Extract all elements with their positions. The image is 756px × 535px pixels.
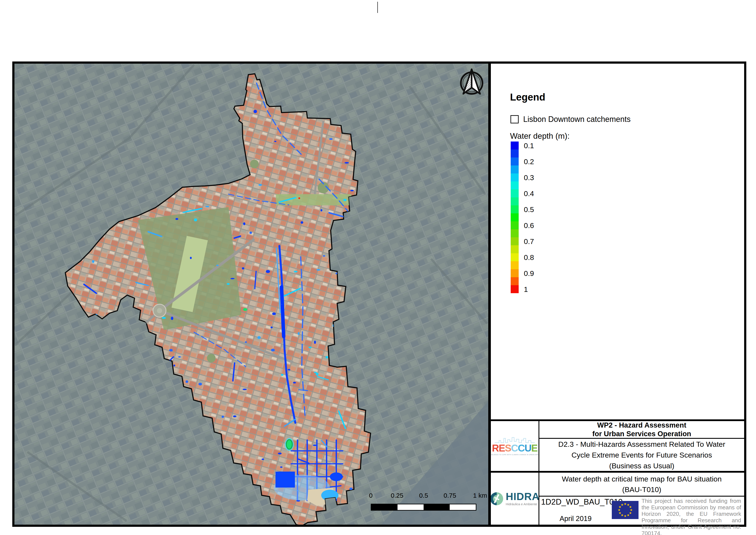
ramp-block [511, 221, 519, 229]
scale-bar-label: 1 km [473, 492, 487, 499]
flood-spot [233, 415, 236, 417]
flood-spot [257, 336, 261, 339]
flood-spot [314, 341, 316, 344]
small-park [250, 160, 259, 168]
ramp-block [511, 173, 519, 182]
flood-spot [315, 373, 319, 376]
scale-bar-label: 0.75 [444, 492, 456, 499]
scale-bar-segments [371, 504, 476, 511]
resccue-letter: C [518, 442, 525, 454]
ramp-block [511, 197, 519, 205]
flood-spot [171, 317, 173, 320]
hidra-mark-icon [491, 492, 503, 506]
ramp-block [511, 269, 519, 277]
legend-panel: Legend Lisbon Downtown catchements Water… [491, 64, 744, 525]
ramp-block [511, 237, 519, 245]
ramp-block [511, 213, 519, 221]
hidra-wordmark: HIDRA [506, 492, 538, 502]
north-arrow-icon [457, 68, 487, 100]
flood-spot [278, 453, 282, 454]
ramp-block [511, 261, 519, 269]
flood-spot [176, 218, 178, 220]
roundabout-center [157, 308, 162, 313]
flood-spot [293, 382, 296, 383]
flood-spot [323, 255, 325, 257]
ramp-block [511, 205, 519, 213]
flood-spot [243, 389, 247, 390]
map-panel-divider [488, 64, 491, 525]
resccue-letter: U [525, 442, 531, 454]
deliverable-line3: (Business as Usual) [609, 460, 674, 471]
eu-flag-icon: ★★★★★★★★★★★★ [612, 501, 638, 519]
flood-spot [243, 222, 245, 225]
small-park [207, 354, 216, 362]
map-image [14, 64, 488, 525]
ramp-block [511, 165, 519, 173]
project-title-line2: for Urban Services Operation [592, 430, 691, 438]
ramp-label: 0.9 [524, 269, 534, 277]
flood-spot [343, 199, 347, 201]
deliverable-line2: Cycle Extreme Events for Future Scenario… [572, 450, 712, 460]
flood-spot [329, 138, 333, 140]
ramp-label: 0.3 [524, 173, 534, 182]
ramp-block [511, 142, 519, 150]
flood-spot [314, 372, 317, 373]
flood-spot [313, 445, 317, 446]
resccue-letter: E [531, 442, 537, 454]
map-sheet: 00.250.50.751 km Legend Lisbon Downtown … [0, 0, 756, 535]
flood-spot [272, 313, 276, 315]
flood-spot [169, 349, 173, 352]
flood-spot [326, 356, 328, 358]
title-block-border [491, 471, 744, 473]
flood-spot [216, 265, 219, 266]
flood-spot [222, 415, 224, 418]
flood-spot [316, 269, 321, 270]
flood-spot [162, 317, 166, 319]
flood-spot [261, 459, 264, 460]
flood-spot [280, 466, 283, 468]
flood-spot [344, 162, 349, 163]
flood-spot [281, 374, 284, 376]
legend-item-catchment: Lisbon Downtown catchements [510, 115, 631, 124]
resccue-tagline: RESILIENCE TO COPE WITH CLIMATE CHANGE I… [491, 454, 538, 455]
flood-spot [186, 380, 188, 383]
ramp-label: 0.7 [524, 237, 534, 245]
resccue-skyline-icon [494, 436, 535, 443]
flood-spot [245, 341, 247, 343]
eu-star-icon: ★ [627, 513, 630, 517]
flood-spot [198, 383, 202, 385]
flood-spot [178, 356, 181, 357]
resccue-letter: R [492, 442, 499, 454]
ramp-label: 0.5 [524, 205, 534, 213]
flood-spot [271, 349, 275, 352]
map-title-line1: Water depth at critical time map for BAU… [562, 474, 721, 484]
flood-spot [287, 369, 290, 370]
legend-title: Legend [510, 91, 545, 103]
flood-spot [274, 141, 276, 142]
deliverable-cell: D2.3 - Multi-Hazards Assessment Related … [539, 439, 744, 471]
flood-spot [227, 283, 230, 285]
flood-spot [205, 206, 209, 207]
catchment-label: Lisbon Downtown catchements [523, 115, 631, 124]
funding-statement: This project has received funding from t… [641, 498, 741, 535]
ramp-label: 0.8 [524, 253, 534, 262]
scale-bar-segment [423, 504, 450, 510]
ramp-label: 0.2 [524, 157, 534, 166]
flood-spot [249, 232, 252, 234]
scale-bar-segment [371, 504, 397, 510]
hidra-logo: HIDRA Hidráulica e Ambiente [491, 473, 538, 525]
flood-spot [254, 110, 257, 113]
hidra-tagline: Hidráulica e Ambiente [506, 502, 538, 506]
registration-mark [377, 2, 378, 13]
flood-spot [350, 190, 354, 191]
flood-spot [92, 260, 94, 263]
flood-spot [298, 197, 300, 199]
flood-spot [271, 326, 273, 328]
map-title-cell: Water depth at critical time map for BAU… [539, 473, 744, 496]
ramp-block [511, 245, 519, 253]
resccue-wordmark: RESCCUE [492, 443, 537, 453]
row-divider [539, 496, 744, 496]
resccue-logo: RESCCUE RESILIENCE TO COPE WITH CLIMATE … [491, 421, 538, 471]
layout-frame: 00.250.50.751 km Legend Lisbon Downtown … [12, 62, 746, 527]
scale-bar-label: 0 [369, 492, 373, 499]
